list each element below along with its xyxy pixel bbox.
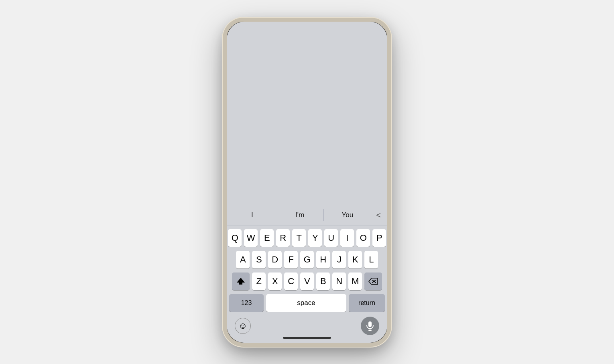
svg-rect-2 — [368, 321, 372, 327]
key-a[interactable]: A — [236, 251, 250, 268]
phone-frame: I I'm You < Q W E R — [223, 18, 391, 347]
key-v[interactable]: V — [300, 272, 314, 290]
key-t[interactable]: T — [292, 229, 306, 247]
key-c[interactable]: C — [284, 272, 298, 290]
key-n[interactable]: N — [332, 272, 346, 290]
autocomplete-i[interactable]: I — [228, 205, 276, 226]
keyboard-row-2: A S D F G H J K L — [228, 251, 386, 268]
key-g[interactable]: G — [300, 251, 314, 268]
key-y[interactable]: Y — [308, 229, 322, 247]
phone-wrapper: I I'm You < Q W E R — [223, 18, 391, 347]
autocomplete-bar: I I'm You < — [227, 205, 387, 226]
key-l[interactable]: L — [364, 251, 378, 268]
keyboard-row-1: Q W E R T Y U I O P — [228, 229, 386, 247]
key-b[interactable]: B — [316, 272, 330, 290]
key-x[interactable]: X — [268, 272, 282, 290]
autocomplete-you[interactable]: You — [324, 205, 372, 226]
key-q[interactable]: Q — [228, 229, 242, 247]
key-e[interactable]: E — [260, 229, 274, 247]
space-key[interactable]: space — [266, 294, 346, 312]
key-j[interactable]: J — [332, 251, 346, 268]
autocomplete-collapse[interactable]: < — [371, 211, 386, 220]
key-p[interactable]: P — [372, 229, 386, 247]
system-bar: ☺ — [227, 313, 387, 337]
key-z[interactable]: Z — [252, 272, 266, 290]
key-o[interactable]: O — [356, 229, 370, 247]
key-d[interactable]: D — [268, 251, 282, 268]
key-w[interactable]: W — [244, 229, 258, 247]
emoji-icon: ☺ — [238, 321, 247, 331]
key-h[interactable]: H — [316, 251, 330, 268]
key-k[interactable]: K — [348, 251, 362, 268]
emoji-button[interactable]: ☺ — [235, 318, 251, 334]
keyboard-bottom-row: 123 space return — [228, 294, 386, 312]
shift-key[interactable] — [232, 272, 250, 290]
key-m[interactable]: M — [348, 272, 362, 290]
keyboard: Q W E R T Y U I O P A S D F G — [227, 226, 387, 313]
keyboard-row-3: Z X C V B N M — [228, 272, 386, 290]
delete-key[interactable] — [364, 272, 382, 290]
autocomplete-im[interactable]: I'm — [276, 205, 324, 226]
mic-icon — [366, 321, 374, 331]
key-s[interactable]: S — [252, 251, 266, 268]
home-indicator — [227, 337, 387, 343]
key-u[interactable]: U — [324, 229, 338, 247]
phone-screen: I I'm You < Q W E R — [227, 22, 387, 343]
key-r[interactable]: R — [276, 229, 290, 247]
key-i[interactable]: I — [340, 229, 354, 247]
home-bar — [283, 337, 331, 339]
key-f[interactable]: F — [284, 251, 298, 268]
mic-button[interactable] — [361, 317, 379, 335]
return-key[interactable]: return — [349, 294, 385, 312]
numbers-key[interactable]: 123 — [229, 294, 264, 312]
